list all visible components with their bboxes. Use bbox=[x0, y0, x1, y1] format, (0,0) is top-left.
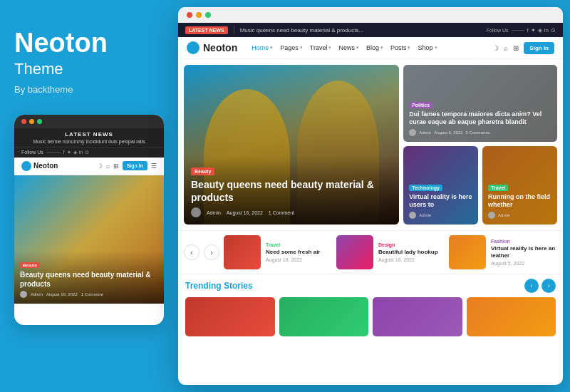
nav-blog[interactable]: Blog ▾ bbox=[366, 44, 383, 51]
hero-beauty-badge: Beauty bbox=[191, 167, 214, 175]
rss-icon: ◈ bbox=[73, 150, 77, 155]
follow-line bbox=[46, 152, 61, 153]
browser-topbar bbox=[178, 7, 563, 23]
mobile-signin-btn[interactable]: Sign In bbox=[123, 161, 147, 170]
trending-section: Trending Stories ‹ › bbox=[178, 274, 563, 341]
article-card-1[interactable]: Design Beautiful lady hookup August 16, … bbox=[336, 235, 445, 269]
hero-author: Admin bbox=[207, 210, 221, 215]
nav-home[interactable]: Home ▾ bbox=[252, 44, 273, 51]
article-title-0: Need some fresh air bbox=[266, 249, 332, 256]
article-thumb-0 bbox=[224, 235, 261, 269]
ticker-text: Music queens need beauty material & prod… bbox=[240, 27, 481, 33]
nav-travel[interactable]: Travel ▾ bbox=[310, 44, 332, 51]
facebook-icon: f bbox=[63, 150, 65, 155]
hero-section: Beauty Beauty queens need beauty materia… bbox=[178, 59, 563, 230]
hero-meta: Admin August 16, 2022 1 Comment bbox=[191, 207, 392, 217]
mobile-date: August 16, 2022 bbox=[46, 292, 78, 296]
hero-top-card[interactable]: Politics Dui fames tempora maiores dicta… bbox=[403, 65, 557, 142]
mobile-logo: Neoton bbox=[21, 161, 58, 171]
mobile-mockup: LATEST NEWS Music bernie nonummy incidid… bbox=[14, 115, 164, 325]
tech-card-content: Technology Virtual reality is here users… bbox=[403, 174, 478, 225]
nav-news[interactable]: News ▾ bbox=[338, 44, 359, 51]
pages-chevron: ▾ bbox=[300, 45, 303, 51]
trending-title: Trending Stories bbox=[185, 281, 253, 291]
browser-dot-green bbox=[205, 12, 211, 18]
travel-chevron: ▾ bbox=[328, 45, 331, 51]
articles-prev-btn[interactable]: ‹ bbox=[184, 244, 200, 260]
article-info-0: Travel Need some fresh air August 16, 20… bbox=[266, 242, 332, 262]
li-icon: in bbox=[544, 27, 549, 33]
travel-card-meta: Admin bbox=[488, 212, 551, 219]
nav-shop[interactable]: Shop ▾ bbox=[418, 44, 437, 51]
mobile-author: Admin bbox=[31, 292, 43, 296]
nav-links: Home ▾ Pages ▾ Travel ▾ News ▾ Blog ▾ Po… bbox=[252, 44, 484, 51]
browser-dot-yellow bbox=[196, 12, 202, 18]
brand-by: By backtheme bbox=[14, 84, 171, 95]
mobile-nav: Neoton ☽ ⌕ ⊞ Sign In ☰ bbox=[14, 158, 164, 175]
ticker-divider bbox=[234, 26, 234, 34]
nav-grid-icon[interactable]: ⊞ bbox=[513, 44, 519, 52]
nav-moon-icon[interactable]: ☽ bbox=[492, 44, 499, 52]
browser-window: LATEST NEWS Music queens need beauty mat… bbox=[178, 7, 563, 385]
ticker-follow-line bbox=[512, 30, 524, 31]
trending-next-btn[interactable]: › bbox=[542, 279, 556, 293]
travel-card-content: Travel Running on the field whether Admi… bbox=[482, 174, 557, 225]
travel-card-avatar bbox=[488, 212, 495, 219]
mobile-follow-bar: Follow Us f ✦ ◈ in ⊙ bbox=[14, 147, 164, 158]
grid-icon: ⊞ bbox=[113, 163, 119, 170]
travel-card-title: Running on the field whether bbox=[488, 193, 551, 210]
technology-badge: Technology bbox=[409, 185, 442, 191]
search-icon: ⌕ bbox=[106, 163, 110, 170]
linkedin-icon: in bbox=[79, 150, 83, 155]
trending-card-1[interactable] bbox=[279, 297, 369, 336]
trending-arrows: ‹ › bbox=[524, 279, 556, 293]
trending-prev-btn[interactable]: ‹ bbox=[524, 279, 539, 293]
tech-card-avatar bbox=[409, 212, 416, 219]
browser-dot-red bbox=[187, 12, 192, 18]
hamburger-icon: ☰ bbox=[151, 163, 157, 170]
article-card-0[interactable]: Travel Need some fresh air August 16, 20… bbox=[224, 235, 332, 269]
politics-badge: Politics bbox=[409, 102, 432, 108]
nav-signin-btn[interactable]: Sign In bbox=[524, 42, 554, 54]
shop-chevron: ▾ bbox=[435, 45, 437, 51]
trending-card-3[interactable] bbox=[467, 297, 556, 336]
mobile-avatar bbox=[20, 291, 27, 298]
hero-main-card[interactable]: Beauty Beauty queens need beauty materia… bbox=[184, 65, 399, 225]
top-card-author: Admin bbox=[419, 130, 431, 135]
article-cat-0: Travel bbox=[266, 242, 332, 247]
mobile-latest-label: LATEST NEWS bbox=[21, 131, 157, 138]
article-cat-2: Fashion bbox=[491, 239, 557, 244]
brand-name: Neoton bbox=[14, 29, 171, 58]
dot-yellow bbox=[29, 119, 34, 124]
brand-subtitle: Theme bbox=[14, 60, 171, 78]
mobile-nav-icons: ☽ ⌕ ⊞ Sign In ☰ bbox=[97, 161, 157, 170]
mobile-comments: 1 Comment bbox=[81, 292, 103, 296]
article-title-1: Beautiful lady hookup bbox=[378, 249, 445, 256]
top-card-comments: 0 Comments bbox=[466, 130, 490, 135]
tech-card-title: Virtual reality is here users to bbox=[409, 193, 472, 210]
blog-chevron: ▾ bbox=[380, 45, 383, 51]
trending-card-2[interactable] bbox=[373, 297, 462, 336]
tech-card-meta: Admin bbox=[409, 212, 472, 219]
articles-row: ‹ › Travel Need some fresh air August 16… bbox=[178, 230, 563, 274]
nav-posts[interactable]: Posts ▾ bbox=[390, 44, 411, 51]
tech-card-author: Admin bbox=[419, 213, 431, 217]
follow-label: Follow Us bbox=[487, 28, 509, 33]
nav-pages[interactable]: Pages ▾ bbox=[280, 44, 303, 51]
hero-tech-card[interactable]: Technology Virtual reality is here users… bbox=[403, 146, 478, 225]
news-chevron: ▾ bbox=[356, 45, 359, 51]
article-card-2[interactable]: Fashion Virtual reality is here an leath… bbox=[449, 235, 557, 269]
home-chevron: ▾ bbox=[270, 45, 273, 51]
mobile-logo-text: Neoton bbox=[33, 162, 58, 170]
moon-icon: ☽ bbox=[97, 163, 103, 170]
rss2-icon: ◈ bbox=[538, 27, 542, 33]
articles-next-btn[interactable]: › bbox=[204, 244, 219, 260]
trending-card-0[interactable] bbox=[185, 297, 275, 336]
hero-comments: 1 Comment bbox=[269, 210, 294, 215]
nav-search-icon[interactable]: ⌕ bbox=[504, 44, 508, 52]
top-card-avatar bbox=[409, 129, 416, 136]
hero-travel-card[interactable]: Travel Running on the field whether Admi… bbox=[482, 146, 557, 225]
nav-logo: Neoton bbox=[187, 41, 237, 54]
top-card-date: August 6, 2022 bbox=[434, 130, 462, 135]
nav-logo-circle bbox=[187, 41, 200, 54]
